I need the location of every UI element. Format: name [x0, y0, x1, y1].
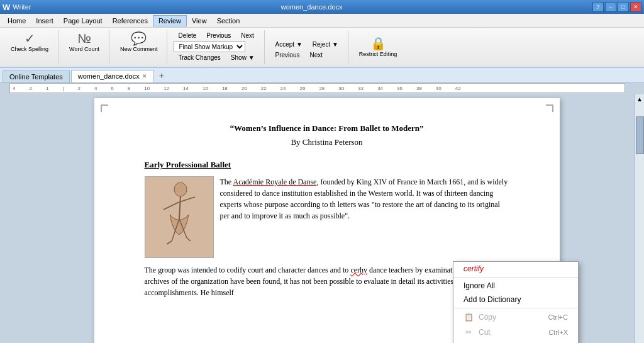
menu-bar: Home Insert Page Layout References Revie…: [0, 14, 644, 28]
ribbon-comment-group: 💬 New Comment: [113, 30, 168, 64]
menu-section[interactable]: Section: [212, 16, 245, 26]
ctx-add-dictionary[interactable]: Add to Dictionary: [453, 293, 578, 306]
ctx-cut-label: Cut: [479, 328, 491, 337]
menu-references[interactable]: References: [108, 16, 153, 26]
next-change-button[interactable]: Next: [305, 50, 327, 60]
ctx-copy[interactable]: 📋 Copy Ctrl+C: [453, 310, 578, 325]
track-changes-dropdown[interactable]: Final Show Markup: [174, 41, 245, 52]
new-comment-icon: 💬: [131, 32, 147, 45]
ribbon-track-row2: Final Show Markup: [174, 41, 245, 52]
next-button[interactable]: Next: [236, 30, 258, 41]
accept-button[interactable]: Accept ▼: [271, 39, 307, 50]
word-count-button[interactable]: № Word Count: [65, 30, 104, 54]
tab-online-templates[interactable]: Online Templates: [3, 70, 70, 82]
ballet-dancer-svg: [148, 178, 211, 257]
corner-mark-tr: [546, 104, 553, 112]
previous-button[interactable]: Previous: [202, 30, 235, 41]
ribbon-track-row1: Delete Previous Next: [174, 30, 258, 41]
word-count-label: Word Count: [69, 46, 99, 52]
ribbon-track-row3: Track Changes Show ▼: [174, 52, 258, 63]
restrict-editing-icon: 🔒: [370, 37, 386, 50]
document-content: The Académie Royale de Danse, founded by…: [145, 176, 509, 258]
cut-icon: ✂: [464, 327, 474, 337]
menu-home[interactable]: Home: [3, 16, 31, 26]
minimize-btn[interactable]: −: [605, 2, 616, 12]
section-heading: Early Professional Ballet: [145, 160, 509, 170]
reject-button[interactable]: Reject ▼: [308, 39, 343, 50]
restrict-editing-button[interactable]: 🔒 Restrict Editing: [355, 35, 402, 59]
close-btn[interactable]: ✕: [630, 2, 641, 12]
ctx-paste[interactable]: 📄 Paste Ctrl+V: [453, 340, 578, 343]
word-count-icon: №: [77, 32, 91, 45]
maximize-btn[interactable]: □: [618, 2, 629, 12]
new-comment-label: New Comment: [120, 46, 158, 52]
tab-add-button[interactable]: +: [155, 69, 168, 82]
ctx-ignore-all[interactable]: Ignore All: [453, 279, 578, 293]
scroll-thumb[interactable]: [636, 116, 644, 154]
ctx-add-dictionary-label: Add to Dictionary: [464, 295, 521, 304]
ctx-suggestion-label: certify: [464, 264, 484, 273]
tab-close-icon[interactable]: ✕: [142, 73, 147, 79]
academie-text: Académie Royale de Danse: [233, 177, 317, 186]
tab-women-dance[interactable]: women_dance.docx ✕: [71, 70, 154, 82]
menu-view[interactable]: View: [187, 16, 212, 26]
app-icon: W: [3, 3, 10, 12]
horizontal-ruler: 421|246810121416182022242628303234363840…: [9, 83, 625, 93]
ctx-ignore-all-label: Ignore All: [464, 281, 495, 290]
svg-point-1: [174, 183, 187, 196]
title-bar: W Writer women_dance.docx ? − □ ✕: [0, 0, 644, 14]
ribbon-prevnext-row: Previous Next: [271, 50, 327, 60]
ribbon-accept-row: Accept ▼ Reject ▼: [271, 39, 343, 50]
check-spelling-button[interactable]: ✓ Check Spelling: [6, 30, 53, 54]
ribbon: ✓ Check Spelling № Word Count 💬 New Comm…: [0, 28, 644, 68]
ruler-side-right: [625, 83, 644, 94]
ruler-area: 421|246810121416182022242628303234363840…: [0, 83, 644, 94]
ctx-cut-shortcut: Ctrl+X: [548, 329, 568, 336]
document-image: [145, 176, 214, 258]
title-bar-title: women_dance.docx: [31, 3, 592, 11]
tab-online-templates-label: Online Templates: [9, 73, 63, 81]
track-changes-button[interactable]: Track Changes: [174, 52, 225, 63]
prev-change-button[interactable]: Previous: [271, 50, 304, 60]
delete-button[interactable]: Delete: [174, 30, 201, 41]
ribbon-spelling-group: ✓ Check Spelling: [4, 30, 58, 64]
ctx-sep-2: [453, 308, 578, 308]
document-subtitle: By Christina Peterson: [145, 137, 509, 147]
ctx-copy-shortcut: Ctrl+C: [548, 313, 568, 321]
ruler-side-left: [0, 83, 9, 94]
title-bar-app: Writer: [13, 3, 31, 11]
check-spelling-icon: ✓: [25, 32, 35, 45]
menu-insert[interactable]: Insert: [31, 16, 58, 26]
para1-text: The Académie Royale de Danse, founded by…: [220, 177, 508, 220]
ribbon-accept-group: Accept ▼ Reject ▼ Previous Next: [269, 30, 348, 64]
copy-icon: 📋: [464, 312, 474, 322]
left-gutter: [0, 94, 9, 343]
context-menu: certify Ignore All Add to Dictionary 📋 C…: [453, 261, 579, 343]
tab-women-dance-label: women_dance.docx: [78, 72, 140, 80]
new-comment-button[interactable]: 💬 New Comment: [116, 30, 162, 54]
scroll-up-btn[interactable]: ▲: [635, 94, 644, 104]
ribbon-wordcount-group: № Word Count: [62, 30, 109, 64]
ctx-suggestion-certify[interactable]: certify: [453, 262, 578, 276]
check-spelling-label: Check Spelling: [11, 46, 48, 52]
menu-review[interactable]: Review: [153, 15, 187, 26]
ribbon-restrict-group: 🔒 Restrict Editing: [352, 30, 407, 64]
title-bar-left: W Writer: [3, 3, 31, 12]
cerhy-text: cerhy: [350, 266, 367, 274]
help-btn[interactable]: ?: [592, 2, 604, 12]
tabs-bar: Online Templates women_dance.docx ✕ +: [0, 68, 644, 83]
show-button[interactable]: Show ▼: [226, 52, 259, 63]
scrollbar-vertical[interactable]: ▲ ▼: [635, 94, 644, 343]
ctx-cut[interactable]: ✂ Cut Ctrl+X: [453, 325, 578, 340]
document-title: “Women’s Influence in Dance: From Ballet…: [145, 123, 509, 133]
menu-page-layout[interactable]: Page Layout: [58, 16, 108, 26]
corner-mark-tl: [101, 104, 108, 112]
restrict-editing-label: Restrict Editing: [359, 51, 397, 57]
document-text-block: The Académie Royale de Danse, founded by…: [220, 176, 509, 258]
ctx-copy-label: Copy: [479, 313, 496, 322]
ctx-sep-1: [453, 277, 578, 278]
title-bar-controls: ? − □ ✕: [592, 2, 641, 12]
ribbon-track-group: Delete Previous Next Final Show Markup T…: [171, 30, 264, 64]
